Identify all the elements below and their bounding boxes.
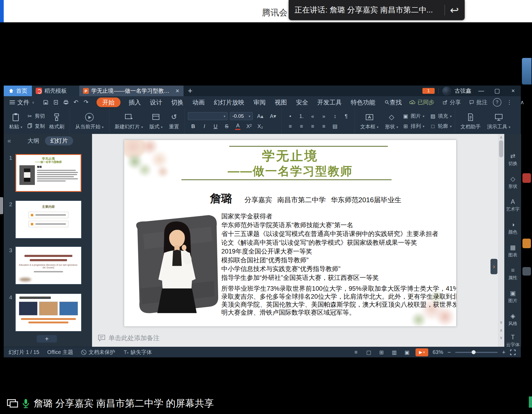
slide-thumbnail-1[interactable]: 学无止境 ——做一名学习型教师 詹璐 [15, 154, 81, 192]
new-slide-button[interactable]: 新建幻灯片 ▾ [113, 112, 145, 130]
redo-button[interactable]: ↷ [82, 98, 91, 107]
vertical-scrollbar[interactable]: ∧ ∨ ∧ ∨ [498, 134, 504, 347]
view-sorter-button[interactable]: ⊞ [377, 348, 386, 356]
minimize-button[interactable]: — [475, 86, 487, 96]
font-color-button[interactable]: A [232, 122, 243, 130]
menu-design[interactable]: 设计 [146, 96, 167, 108]
collapse-ribbon-icon[interactable]: ∧ [518, 99, 527, 105]
align-left-button[interactable]: ≡ [285, 122, 296, 130]
slide-canvas[interactable]: 学无止境 ——做一名学习型教师 詹璐 分享嘉宾 南昌市第二中学 华东师范2016… [124, 140, 456, 327]
print-button[interactable] [61, 98, 70, 107]
menu-devtools[interactable]: 开发工具 [313, 96, 346, 108]
sidebar-item-properties[interactable]: ≡ 属性 [505, 267, 521, 281]
tab-home[interactable]: 首页 [4, 86, 32, 96]
picture-button[interactable]: ▣ 图片 ▾ [402, 112, 425, 120]
zoom-slider[interactable] [455, 352, 498, 353]
strikethrough-button[interactable]: S [221, 122, 232, 130]
sidebar-item-image[interactable]: ▣ 图片 [505, 290, 521, 304]
slide-thumbnail-3[interactable]: Education is a progressive discovery of … [15, 247, 81, 284]
reset-button[interactable]: ↺ 重置 [167, 112, 181, 130]
align-right-button[interactable]: ≡ [307, 122, 318, 130]
notification-badge[interactable]: 1 [422, 88, 435, 94]
next-slide-icon[interactable]: ∨ [498, 335, 504, 340]
copy-button[interactable]: 复制 [27, 122, 45, 130]
cut-button[interactable]: ✂ 剪切 [27, 112, 45, 120]
menu-file[interactable]: 文件 ∨ [4, 96, 39, 108]
sidebar-item-wordart[interactable]: A 艺术字 [505, 198, 521, 212]
align-center-button[interactable]: ≡ [296, 122, 307, 130]
doc-assistant-button[interactable]: 文档助手 [458, 112, 483, 130]
user-avatar[interactable] [442, 87, 451, 95]
view-normal-button[interactable]: ≡ [352, 348, 360, 356]
microphone-icon[interactable] [22, 398, 30, 409]
achievement-list[interactable]: 国家奖学金获得者 华东师范外语学院英语系“教师技能大赛”第一名 省十三五课题《以… [221, 212, 456, 282]
bullets-button[interactable]: • [285, 112, 296, 120]
scroll-down-icon[interactable]: ∨ [498, 320, 504, 325]
notes-placeholder[interactable]: 单击此处添加备注 [98, 334, 160, 342]
tab-slides[interactable]: 幻灯片 [45, 136, 73, 145]
sidebar-item-chart[interactable]: ▦ 图表 [505, 244, 521, 258]
superscript-button[interactable]: X² [244, 122, 254, 130]
justify-button[interactable]: ≡ [318, 122, 329, 130]
slide-title-line2[interactable]: ——做一名学习型教师 [124, 163, 456, 179]
outline-button[interactable]: □ 轮廓 ▾ [430, 122, 452, 130]
missing-fonts-status[interactable]: 缺失字体 [123, 349, 152, 356]
line-spacing-button[interactable]: ↕ [330, 112, 340, 120]
more-menu-icon[interactable]: ⋮ [504, 99, 515, 105]
speaker-byline[interactable]: 詹璐 分享嘉宾 南昌市第二中学 华东师范2016届毕业生 [210, 191, 401, 206]
layout-button[interactable]: 版式 ▾ [147, 112, 165, 130]
zoom-slider-knob[interactable] [472, 350, 476, 354]
grow-font-button[interactable]: A▴ [255, 112, 265, 120]
scrollbar-thumb[interactable] [499, 140, 503, 157]
save-button[interactable] [41, 98, 50, 107]
subscript-button[interactable]: X₂ [255, 122, 265, 130]
sidebar-item-cloudfont[interactable]: T 云字体 [505, 334, 521, 348]
underline-button[interactable]: U [210, 122, 221, 130]
reply-arrow-icon[interactable]: ↩ [450, 5, 459, 15]
paste-button[interactable]: 粘贴 ▾ [7, 112, 24, 130]
arrange-button[interactable]: ⊞ 排列 ▾ [402, 122, 425, 130]
shapes-button[interactable]: ◇ 形状 ▾ [383, 112, 400, 130]
sidebar-item-shapes[interactable]: ◇ 形状 [505, 175, 521, 189]
tab-outline[interactable]: 大纲 [27, 137, 39, 145]
menu-review[interactable]: 审阅 [249, 96, 270, 108]
numbering-button[interactable]: 1. [296, 112, 307, 120]
sidebar-item-transition[interactable]: ⇄ 切换 [505, 153, 521, 167]
maximize-button[interactable]: ▢ [491, 86, 503, 96]
speaker-photo[interactable] [130, 210, 222, 316]
sidebar-item-color[interactable]: ◑ 颜色 [505, 221, 521, 235]
bold-button[interactable]: B [188, 122, 198, 130]
tab-docer-templates[interactable]: 稻壳模板 [32, 86, 79, 96]
zoom-out-button[interactable]: − [447, 349, 451, 356]
previous-slide-icon[interactable]: ∧ [498, 328, 504, 333]
play-from-current-button[interactable]: ▶ 从当前开始 ▾ [73, 112, 106, 130]
close-window-button[interactable]: × [507, 86, 519, 96]
pane-handle[interactable]: › [491, 259, 497, 274]
add-slide-button[interactable]: + [37, 335, 57, 343]
paragraph-mark-button[interactable]: ¶ [341, 112, 351, 120]
shrink-font-button[interactable]: A▾ [268, 112, 278, 120]
italic-button[interactable]: I [199, 122, 210, 130]
close-tab-icon[interactable]: × [175, 87, 180, 95]
scroll-up-icon[interactable]: ∧ [498, 135, 504, 140]
menu-transitions[interactable]: 切换 [167, 96, 188, 108]
fullscreen-icon[interactable] [510, 349, 516, 356]
help-icon[interactable]: ? [493, 98, 501, 107]
outdent-button[interactable]: « [307, 112, 318, 120]
view-reading-button[interactable]: ▣ [403, 348, 411, 356]
collapse-panel-icon[interactable]: « [4, 137, 15, 145]
export-button[interactable] [51, 98, 60, 107]
indent-button[interactable]: » [318, 112, 329, 120]
sidebar-item-style[interactable]: ◈ 风格 [505, 312, 521, 327]
font-name-input[interactable]: ▾ [188, 112, 228, 120]
new-tab-button[interactable]: + [184, 86, 197, 96]
slide-title-line1[interactable]: 学无止境 [124, 147, 456, 164]
menu-slideshow[interactable]: 幻灯片放映 [209, 96, 249, 108]
format-painter-button[interactable]: 格式刷 [47, 112, 66, 130]
protection-status[interactable]: 文档未保护 [81, 349, 115, 356]
font-size-input[interactable]: -0.05▾ [230, 112, 253, 120]
distribute-button[interactable]: ▤ [330, 122, 340, 130]
menu-find[interactable]: 查找 [380, 96, 406, 108]
slide-thumbnail-2[interactable]: 主要内容 [15, 201, 81, 238]
zoom-in-button[interactable]: + [502, 349, 505, 356]
